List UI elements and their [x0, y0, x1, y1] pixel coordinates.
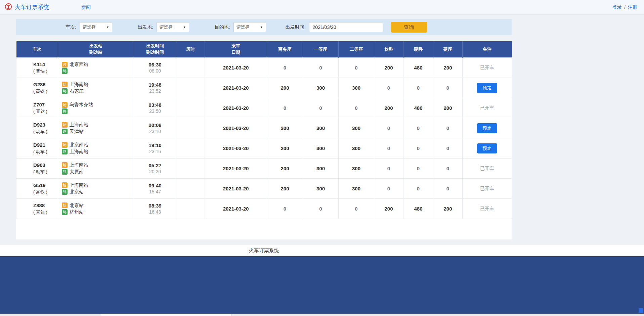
train-table-body: K114 ( 普快 ) 过 北京西站 终 06:30 08:00 2021-03… — [16, 58, 512, 219]
first-class-count: 300 — [303, 159, 339, 179]
footer-site-name: 火车订票系统 — [16, 245, 512, 256]
book-button[interactable]: 预定 — [477, 123, 497, 133]
start-station-badge: 始 — [62, 142, 68, 148]
ride-date: 2021-03-20 — [205, 118, 267, 138]
col-header-soft-sleeper: 软卧 — [374, 41, 403, 58]
book-button[interactable]: 预定 — [477, 83, 497, 93]
departure-filter-group: 出发地: 请选择 ▼ — [138, 22, 189, 32]
horizontal-scrollbar-thumb[interactable] — [101, 314, 232, 316]
train-filter-group: 车次: 请选择 ▼ — [66, 22, 112, 32]
login-link[interactable]: 登录 — [612, 4, 622, 10]
register-link[interactable]: 注册 — [628, 4, 637, 10]
hard-seat-count: 200 — [433, 199, 463, 219]
train-number: Z707 — [33, 102, 58, 107]
ride-date: 2021-03-20 — [205, 159, 267, 179]
train-type: ( 动车 ) — [33, 169, 58, 175]
departure-time: 06:30 — [134, 62, 176, 67]
duration-cell — [176, 78, 205, 98]
train-number: D923 — [33, 122, 58, 128]
col-header-times: 出发时间 到达时间 — [134, 41, 176, 58]
start-station-badge: 始 — [62, 202, 68, 208]
hard-seat-count: 0 — [433, 159, 463, 179]
col-header-duration: 历时 — [176, 41, 205, 58]
arrival-station: 太原南 — [70, 169, 84, 175]
train-type: ( 普快 ) — [33, 68, 58, 74]
duration-cell — [176, 118, 205, 138]
terminal-station-badge: 终 — [62, 169, 68, 175]
ride-date: 2021-03-20 — [205, 179, 267, 199]
col-header-business-seat: 商务座 — [267, 41, 303, 58]
soft-sleeper-count: 0 — [374, 159, 403, 179]
second-class-count: 300 — [339, 179, 374, 199]
second-class-count: 0 — [339, 98, 374, 118]
soft-sleeper-count: 0 — [374, 179, 403, 199]
to-label: 目的地: — [215, 24, 230, 30]
train-select[interactable]: 请选择 ▼ — [80, 22, 112, 32]
first-class-count: 0 — [303, 199, 339, 219]
train-type: ( 直达 ) — [33, 108, 58, 115]
chevron-down-icon: ▼ — [183, 26, 186, 29]
horizontal-scrollbar-track — [0, 314, 644, 316]
site-logo[interactable]: 火车订票系统 — [5, 3, 49, 12]
departure-time: 09:40 — [134, 183, 176, 188]
second-class-count: 300 — [339, 78, 374, 98]
duration-cell — [176, 98, 205, 118]
col-header-train: 车次 — [16, 41, 58, 58]
table-row: G519 ( 高铁 ) 始 上海南站 终 北京站 09:40 15:47 202… — [16, 179, 512, 199]
arrival-time: 08:00 — [134, 68, 176, 74]
query-button[interactable]: 查询 — [391, 22, 427, 33]
col-header-hard-sleeper: 硬卧 — [403, 41, 433, 58]
train-number: D921 — [33, 142, 58, 148]
table-row: K114 ( 普快 ) 过 北京西站 终 06:30 08:00 2021-03… — [16, 58, 512, 78]
topbar: 火车订票系统 新闻 登录 / 注册 — [0, 0, 644, 15]
business-seat-count: 200 — [267, 138, 303, 159]
soft-sleeper-count: 0 — [374, 118, 403, 138]
business-seat-count: 200 — [267, 159, 303, 179]
departure-select-value: 请选择 — [160, 24, 173, 30]
soft-sleeper-count: 200 — [374, 98, 403, 118]
train-number: D903 — [33, 162, 58, 168]
start-station-badge: 过 — [62, 62, 68, 67]
soft-sleeper-count: 0 — [374, 78, 403, 98]
col-header-stations: 出发站 到达站 — [58, 41, 134, 58]
start-station-badge: 始 — [62, 122, 68, 128]
footer: 火车订票系统 — [0, 245, 644, 256]
book-button[interactable]: 预定 — [477, 143, 497, 153]
first-class-count: 300 — [303, 118, 339, 138]
vertical-scrollbar-thumb[interactable] — [639, 308, 643, 313]
auth-links: 登录 / 注册 — [612, 4, 639, 10]
remark-text: 已开车 — [480, 206, 494, 211]
hard-seat-count: 0 — [433, 78, 463, 98]
arrival-station: 上海南站 — [70, 149, 88, 155]
departure-station: 上海南站 — [70, 122, 88, 128]
table-row: Z707 ( 直达 ) 始 乌鲁木齐站 终 03:48 23:50 2021-0… — [16, 98, 512, 118]
hard-sleeper-count: 0 — [403, 118, 433, 138]
train-number: K114 — [33, 61, 58, 67]
terminal-station-badge: 终 — [62, 108, 68, 114]
railway-logo-icon — [5, 3, 12, 12]
departure-station: 北京西站 — [70, 61, 88, 67]
hard-seat-count: 0 — [433, 138, 463, 159]
first-class-count: 0 — [303, 98, 339, 118]
ride-date: 2021-03-20 — [205, 78, 267, 98]
nav-news-link[interactable]: 新闻 — [81, 4, 91, 10]
duration-cell — [176, 199, 205, 219]
destination-select[interactable]: 请选择 ▼ — [233, 22, 266, 32]
train-number: Z888 — [33, 202, 58, 208]
departure-time: 05:27 — [134, 163, 176, 168]
main-content: 车次: 请选择 ▼ 出发地: 请选择 ▼ 目的地: 请选择 ▼ 出发时间: 查询 — [16, 19, 512, 239]
departure-select[interactable]: 请选择 ▼ — [157, 22, 189, 32]
train-type: ( 动车 ) — [33, 149, 58, 155]
first-class-count: 0 — [303, 58, 339, 78]
table-row: D903 ( 动车 ) 始 上海南站 终 太原南 05:27 20:26 202… — [16, 159, 512, 179]
departure-station: 上海南站 — [70, 82, 88, 88]
start-station-badge: 始 — [62, 162, 68, 168]
second-class-count: 300 — [339, 118, 374, 138]
chevron-down-icon: ▼ — [106, 26, 109, 29]
terminal-station-badge: 终 — [62, 149, 68, 154]
second-class-count: 300 — [339, 159, 374, 179]
hard-seat-count: 0 — [433, 179, 463, 199]
departure-date-input[interactable] — [309, 22, 383, 32]
hard-seat-count: 200 — [433, 98, 463, 118]
table-header-row: 车次 出发站 到达站 出发时间 到达时间 历时 乘车 日期 商务座 一等座 二等… — [16, 41, 512, 58]
